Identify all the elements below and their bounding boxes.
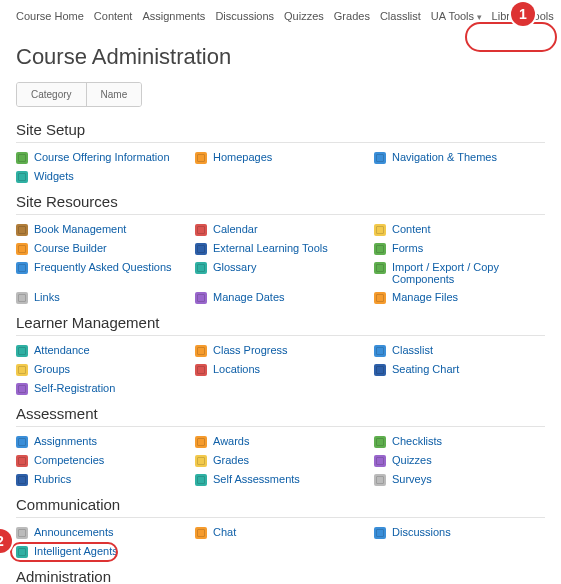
link-discussions[interactable]: Discussions (392, 526, 451, 538)
link-self-assessments[interactable]: Self Assessments (213, 473, 300, 485)
annotation-badge-1: 1 (511, 2, 535, 26)
admin-link-cell (195, 170, 366, 183)
link-homepages[interactable]: Homepages (213, 151, 272, 163)
admin-link-cell: Links (16, 291, 187, 304)
link-surveys[interactable]: Surveys (392, 473, 432, 485)
view-name-button[interactable]: Name (86, 83, 142, 106)
section-grid: AssignmentsAwardsChecklistsCompetenciesG… (16, 435, 545, 486)
course-offering-information-icon (16, 152, 28, 164)
self-registration-icon (16, 383, 28, 395)
glossary-icon (195, 262, 207, 274)
divider (16, 142, 545, 143)
link-groups[interactable]: Groups (34, 363, 70, 375)
link-grades[interactable]: Grades (213, 454, 249, 466)
link-locations[interactable]: Locations (213, 363, 260, 375)
self-assessments-icon (195, 474, 207, 486)
attendance-icon (16, 345, 28, 357)
divider (16, 426, 545, 427)
external-learning-tools-icon (195, 243, 207, 255)
section-title-site-setup: Site Setup (16, 121, 545, 138)
admin-link-cell: Discussions (374, 526, 545, 539)
surveys-icon (374, 474, 386, 486)
widgets-icon (16, 171, 28, 183)
link-class-progress[interactable]: Class Progress (213, 344, 288, 356)
admin-link-cell: Frequently Asked Questions (16, 261, 187, 285)
link-seating-chart[interactable]: Seating Chart (392, 363, 459, 375)
link-widgets[interactable]: Widgets (34, 170, 74, 182)
discussions-icon (374, 527, 386, 539)
sections-container: Site SetupCourse Offering InformationHom… (16, 121, 545, 584)
section-title-assessment: Assessment (16, 405, 545, 422)
manage-dates-icon (195, 292, 207, 304)
admin-link-cell: External Learning Tools (195, 242, 366, 255)
link-quizzes[interactable]: Quizzes (392, 454, 432, 466)
admin-link-cell: Checklists (374, 435, 545, 448)
admin-link-cell: Competencies (16, 454, 187, 467)
link-intelligent-agents[interactable]: Intelligent Agents (34, 545, 118, 557)
groups-icon (16, 364, 28, 376)
link-frequently-asked-questions[interactable]: Frequently Asked Questions (34, 261, 172, 273)
section-grid: AnnouncementsChatDiscussionsIntelligent … (16, 526, 545, 558)
link-announcements[interactable]: Announcements (34, 526, 114, 538)
seating-chart-icon (374, 364, 386, 376)
admin-link-cell: Locations (195, 363, 366, 376)
nav-ua-tools[interactable]: UA Tools (431, 10, 482, 22)
link-competencies[interactable]: Competencies (34, 454, 104, 466)
admin-link-cell: Course Offering Information (16, 151, 187, 164)
admin-link-cell: Manage Files (374, 291, 545, 304)
course-builder-icon (16, 243, 28, 255)
link-chat[interactable]: Chat (213, 526, 236, 538)
link-course-builder[interactable]: Course Builder (34, 242, 107, 254)
nav-assignments[interactable]: Assignments (142, 10, 205, 22)
link-attendance[interactable]: Attendance (34, 344, 90, 356)
content-icon (374, 224, 386, 236)
admin-link-cell: Groups (16, 363, 187, 376)
link-course-offering-information[interactable]: Course Offering Information (34, 151, 170, 163)
link-self-registration[interactable]: Self-Registration (34, 382, 115, 394)
link-calendar[interactable]: Calendar (213, 223, 258, 235)
section-title-learner-management: Learner Management (16, 314, 545, 331)
link-content[interactable]: Content (392, 223, 431, 235)
link-assignments[interactable]: Assignments (34, 435, 97, 447)
forms-icon (374, 243, 386, 255)
nav-course-home[interactable]: Course Home (16, 10, 84, 22)
link-awards[interactable]: Awards (213, 435, 249, 447)
admin-link-cell (374, 170, 545, 183)
admin-link-cell (195, 545, 366, 558)
competencies-icon (16, 455, 28, 467)
link-classlist[interactable]: Classlist (392, 344, 433, 356)
link-rubrics[interactable]: Rubrics (34, 473, 71, 485)
admin-link-cell: Forms (374, 242, 545, 255)
link-manage-files[interactable]: Manage Files (392, 291, 458, 303)
nav-grades[interactable]: Grades (334, 10, 370, 22)
section-title-site-resources: Site Resources (16, 193, 545, 210)
link-links[interactable]: Links (34, 291, 60, 303)
admin-link-cell: Awards (195, 435, 366, 448)
admin-link-cell (195, 382, 366, 395)
admin-link-cell: Intelligent Agents2 (16, 545, 187, 558)
view-category-button[interactable]: Category (17, 83, 86, 106)
link-glossary[interactable]: Glossary (213, 261, 256, 273)
link-forms[interactable]: Forms (392, 242, 423, 254)
nav-content[interactable]: Content (94, 10, 133, 22)
link-checklists[interactable]: Checklists (392, 435, 442, 447)
admin-link-cell: Assignments (16, 435, 187, 448)
link-book-management[interactable]: Book Management (34, 223, 126, 235)
link-external-learning-tools[interactable]: External Learning Tools (213, 242, 328, 254)
divider (16, 517, 545, 518)
page-title: Course Administration (16, 44, 545, 70)
admin-link-cell: Attendance (16, 344, 187, 357)
link-manage-dates[interactable]: Manage Dates (213, 291, 285, 303)
admin-link-cell: Widgets (16, 170, 187, 183)
nav-classlist[interactable]: Classlist (380, 10, 421, 22)
link-navigation-themes[interactable]: Navigation & Themes (392, 151, 497, 163)
import-export-copy-components-icon (374, 262, 386, 274)
awards-icon (195, 436, 207, 448)
rubrics-icon (16, 474, 28, 486)
nav-quizzes[interactable]: Quizzes (284, 10, 324, 22)
nav-discussions[interactable]: Discussions (215, 10, 274, 22)
admin-link-cell: Classlist (374, 344, 545, 357)
link-import-export-copy-components[interactable]: Import / Export / Copy Components (392, 261, 545, 285)
admin-link-cell: Calendar (195, 223, 366, 236)
admin-link-cell: Navigation & Themes (374, 151, 545, 164)
